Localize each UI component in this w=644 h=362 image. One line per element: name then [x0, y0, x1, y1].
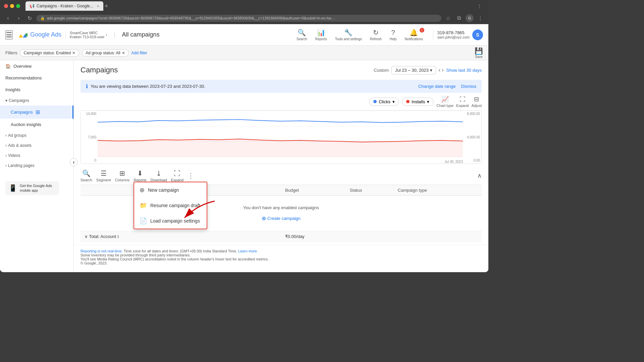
profile-button[interactable]: G — [466, 14, 474, 22]
load-settings-button[interactable]: 📄 Load campaign settings — [134, 213, 207, 229]
sidebar-videos-section[interactable]: › Videos — [0, 150, 73, 161]
sidebar-item-auction-insights[interactable]: Auction insights — [0, 119, 73, 130]
hamburger-menu[interactable]: ☰ — [5, 30, 13, 40]
browser-menu-button[interactable]: ⋮ — [477, 3, 482, 9]
installs-metric-pill[interactable]: Installs ▾ — [402, 98, 434, 106]
change-date-range-button[interactable]: Change date range — [418, 84, 455, 89]
sidebar-item-insights[interactable]: Insights — [0, 84, 73, 96]
y-label-mid: 7,000 — [82, 135, 96, 139]
bookmarks-button[interactable]: ☆ — [444, 14, 452, 22]
tab-bar: 📢 Campaigns - Kraken - Google... ✕ + — [25, 1, 474, 11]
add-filter-button[interactable]: Add filter — [131, 51, 147, 55]
address-bar[interactable]: 🔒 ads.google.com/aw/campaigns?ocid=36589… — [36, 15, 441, 22]
budget-col-header[interactable]: Budget — [281, 185, 346, 196]
folder-icon: 📁 — [140, 202, 147, 209]
sidebar: 🏠 Overview Recommendations Insights ▾ Ca… — [0, 60, 74, 272]
forward-button[interactable]: › — [15, 14, 23, 22]
filter-close-icon[interactable]: ✕ — [72, 51, 75, 55]
campaigns-home-icon: ⊞ — [36, 109, 40, 115]
save-button[interactable]: 💾 Save — [475, 47, 483, 59]
clicks-metric-pill[interactable]: Clicks ▾ — [369, 98, 399, 106]
installs-dot — [406, 100, 410, 103]
columns-icon: ⊞ — [119, 169, 125, 177]
sidebar-item-overview[interactable]: 🏠 Overview — [0, 60, 73, 72]
chart-type-button[interactable]: 📈 Chart type — [436, 96, 453, 108]
notifications-nav-button[interactable]: 🔔 1 Notifications — [401, 27, 426, 42]
google-ads-logo: Google Ads — [18, 30, 61, 40]
mobile-app-banner[interactable]: 📱 Get the Google Ads mobile app — [5, 181, 59, 195]
table-collapse-button[interactable]: ∧ — [477, 172, 482, 179]
help-nav-button[interactable]: ? Help — [386, 27, 400, 42]
reload-button[interactable]: ↻ — [25, 14, 34, 22]
table-reports-button[interactable]: ⬇ Reports — [133, 169, 147, 182]
sidebar-ads-assets-section[interactable]: › Ads & assets — [0, 140, 73, 150]
filter-close-icon[interactable]: ✕ — [122, 51, 125, 55]
reports-nav-button[interactable]: 📊 Reports — [312, 27, 330, 42]
traffic-lights — [4, 4, 20, 8]
date-prev-button[interactable]: ‹ — [439, 67, 440, 73]
clicks-dot — [373, 100, 377, 103]
tools-nav-button[interactable]: 🔧 Tools and settings — [332, 27, 365, 42]
chart-adjust-button[interactable]: ⊟ Adjust — [471, 96, 482, 108]
address-text: ads.google.com/aw/campaigns?ocid=3658967… — [47, 16, 335, 20]
show-last-30-button[interactable]: Show last 30 days — [446, 68, 482, 73]
new-campaign-button[interactable]: ⊕ New campaign — [134, 182, 207, 198]
sidebar-toggle-button[interactable]: ‹ — [70, 158, 78, 166]
account-selector[interactable]: SmartCave MRC Kraken 713-019-user › — [65, 31, 107, 39]
campaign-title: All campaigns — [122, 31, 289, 38]
search-nav-button[interactable]: 🔍 Search — [293, 27, 311, 42]
table-more-button[interactable]: ⋮ — [187, 172, 194, 180]
download-icon: ⤓ — [156, 169, 162, 177]
google-ads-app: ☰ Google Ads SmartCave MRC Kraken 713-01… — [0, 24, 488, 272]
sidebar-landing-pages-section[interactable]: › Landing pages — [0, 161, 73, 171]
chart-expand-button[interactable]: ⛶ Expand — [456, 96, 469, 108]
metric-dropdown-icon2: ▾ — [427, 99, 429, 104]
help-icon: ? — [391, 29, 395, 37]
sidebar-campaigns-section[interactable]: ▾ Campaigns — [0, 96, 73, 106]
y-right-top: 8,000.00 — [464, 112, 480, 116]
plus-circle-icon: ⊕ — [140, 186, 145, 194]
campaign-status-filter[interactable]: Campaign status: Enabled ✕ — [20, 49, 79, 57]
dismiss-button[interactable]: Dismiss — [461, 84, 477, 89]
campaign-type-col-header[interactable]: Campaign type — [394, 185, 482, 196]
y-right-mid: 4,000.00 — [464, 135, 480, 139]
back-button[interactable]: ‹ — [4, 14, 12, 22]
sidebar-item-campaigns[interactable]: Campaigns ⊞ — [0, 106, 73, 119]
minimize-button[interactable] — [10, 4, 14, 8]
active-tab[interactable]: 📢 Campaigns - Kraken - Google... ✕ — [25, 1, 103, 11]
table-columns-button[interactable]: ⊞ Columns — [115, 169, 129, 182]
new-tab-button[interactable]: + — [105, 3, 108, 10]
svg-marker-0 — [19, 34, 23, 38]
adgroup-status-filter[interactable]: Ad group status: All ✕ — [82, 49, 128, 57]
timezone-text: Time zone for all dates and times: (GMT+… — [124, 249, 237, 253]
refresh-nav-button[interactable]: ↻ Refresh — [367, 27, 385, 42]
tab-close-button[interactable]: ✕ — [97, 4, 99, 8]
chevron-right-icon3: › — [5, 153, 7, 158]
tab-title: Campaigns - Kraken - Google... — [37, 4, 93, 8]
new-campaign-popup: ⊕ New campaign 📁 Resume campaign draft 📄… — [133, 182, 207, 229]
table-download-button[interactable]: ⤓ Download — [151, 169, 167, 182]
status-col-header[interactable]: Status — [346, 185, 394, 196]
top-nav: ☰ Google Ads SmartCave MRC Kraken 713-01… — [0, 24, 488, 46]
mobile-text: Get the Google Ads mobile app — [20, 183, 56, 193]
filters-bar: Filters Campaign status: Enabled ✕ Ad gr… — [0, 46, 488, 60]
table-expand-button[interactable]: ⛶ Expand — [171, 170, 183, 182]
date-next-button[interactable]: › — [442, 67, 443, 73]
extensions-button[interactable]: ⧉ — [455, 14, 463, 22]
browser-more-button[interactable]: ⋮ — [476, 14, 484, 22]
learn-more-link[interactable]: Learn more — [238, 249, 257, 253]
user-avatar[interactable]: S — [472, 29, 483, 40]
filters-label: Filters — [5, 50, 17, 55]
resume-draft-button[interactable]: 📁 Resume campaign draft — [134, 198, 207, 213]
sidebar-item-recommendations[interactable]: Recommendations — [0, 72, 73, 84]
maximize-button[interactable] — [16, 4, 20, 8]
close-button[interactable] — [4, 4, 8, 8]
date-range-selector[interactable]: Jul 23 – 30, 2023 ▾ — [391, 66, 436, 74]
realtime-link[interactable]: Reporting is not real-time. — [80, 249, 123, 253]
table-segment-button[interactable]: ☰ Segment — [96, 169, 111, 182]
custom-label: Custom — [374, 68, 389, 73]
table-expand-icon: ⛶ — [174, 170, 180, 177]
table-search-button[interactable]: 🔍 Search — [80, 169, 92, 182]
sidebar-adgroups-section[interactable]: › Ad groups — [0, 130, 73, 140]
chevron-right-icon2: › — [5, 143, 7, 148]
